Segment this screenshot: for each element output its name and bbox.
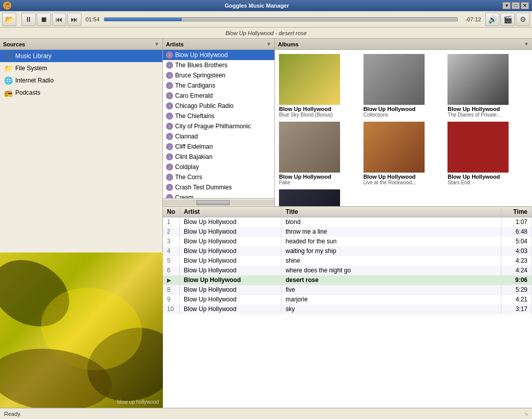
track-row-9[interactable]: 10Blow Up Hollywoodsky3:17 <box>163 304 532 314</box>
track-artist-8: Blow Up Hollywood <box>180 295 282 304</box>
artists-filter-icon[interactable]: ▼ <box>266 41 271 47</box>
progress-bar[interactable] <box>104 17 458 21</box>
album-art-image <box>0 253 163 408</box>
artist-avatar-5: ♪ <box>166 102 173 109</box>
source-icon-internet-radio: 🌐 <box>4 76 12 85</box>
time-remaining: -07:12 <box>461 16 481 22</box>
artist-item-4[interactable]: ♪Caro Emerald <box>163 91 274 101</box>
track-row-1[interactable]: 2Blow Up Hollywoodthrow me a line6:48 <box>163 227 532 237</box>
artists-list[interactable]: ♪Blow Up Hollywood♪The Blues Brothers♪Br… <box>163 50 274 198</box>
prev-button[interactable]: ⏮ <box>52 13 66 26</box>
album-artist-4: Blow Up Hollywood <box>363 174 416 180</box>
album-item-5[interactable]: Blow Up HollywoodStars End <box>445 120 530 187</box>
album-item-3[interactable]: Blow Up HollywoodFake <box>277 120 361 187</box>
minimize-button[interactable]: ▾ <box>502 2 511 9</box>
track-row-5[interactable]: 6Blow Up Hollywoodwhere does the night g… <box>163 266 532 275</box>
track-title-1: throw me a line <box>282 227 501 237</box>
app-icon-area: 🎵 <box>3 2 11 10</box>
hscroll-thumb <box>197 200 230 205</box>
album-art-area: blow up hollywood <box>0 253 163 408</box>
artist-item-2[interactable]: ♪Bruce Springsteen <box>163 70 274 80</box>
artist-item-6[interactable]: ♪The Chieftains <box>163 111 274 121</box>
artist-item-0[interactable]: ♪Blow Up Hollywood <box>163 50 274 60</box>
col-no: No <box>163 207 180 217</box>
artist-avatar-4: ♪ <box>166 92 173 99</box>
album-item-1[interactable]: Blow Up HollywoodCollections <box>361 52 446 120</box>
album-item-2[interactable]: Blow Up HollywoodThe Diaries of Private.… <box>445 52 530 120</box>
track-row-3[interactable]: 4Blow Up Hollywoodwaiting for my ship4:0… <box>163 246 532 256</box>
album-name-1: Collections <box>363 112 388 118</box>
artist-item-14[interactable]: ♪Cream <box>163 192 274 198</box>
artists-horizontal-scrollbar[interactable] <box>163 198 274 206</box>
volume-button[interactable]: 🔊 <box>485 13 499 26</box>
track-time-2: 5:04 <box>501 237 532 246</box>
album-name-0: Blue Sky Blond (Bonus) <box>279 112 333 118</box>
artist-item-9[interactable]: ♪Cliff Eidelman <box>163 142 274 152</box>
album-artist-3: Blow Up Hollywood <box>279 174 331 180</box>
track-artist-3: Blow Up Hollywood <box>180 246 282 256</box>
track-row-8[interactable]: 9Blow Up Hollywoodmarjorie4:21 <box>163 295 532 304</box>
video-button[interactable]: 🎬 <box>500 13 515 26</box>
stop-button[interactable]: ⏹ <box>37 13 51 26</box>
track-artist-0: Blow Up Hollywood <box>180 217 282 227</box>
album-item-0[interactable]: Blow Up HollywoodBlue Sky Blond (Bonus) <box>277 52 361 120</box>
sidebar-item-music-library[interactable]: 🎵Music Library <box>0 50 162 62</box>
artist-item-10[interactable]: ♪Clint Bajakian <box>163 152 274 162</box>
open-button[interactable]: 📂 <box>2 13 16 26</box>
hscroll-track <box>163 200 274 206</box>
artists-panel: Artists ▼ ♪Blow Up Hollywood♪The Blues B… <box>163 39 275 206</box>
track-time-3: 4:03 <box>501 246 532 256</box>
artist-avatar-6: ♪ <box>166 113 173 120</box>
artist-name-10: Clint Bajakian <box>175 153 212 160</box>
album-item-6[interactable]: Blow Up HollywoodTake Flight <box>277 187 361 206</box>
close-button[interactable]: ✕ <box>521 2 529 9</box>
sidebar-item-internet-radio[interactable]: 🌐Internet Radio <box>0 74 162 87</box>
artist-avatar-13: ♪ <box>166 184 173 191</box>
artist-item-7[interactable]: ♪City of Prague Philharmonic <box>163 121 274 131</box>
track-time-4: 4:23 <box>501 256 532 266</box>
track-row-6[interactable]: ▶Blow Up Hollywooddesert rose9:06 <box>163 275 532 285</box>
artist-item-11[interactable]: ♪Coldplay <box>163 162 274 172</box>
status-corner-icon: ↘ <box>524 411 528 416</box>
settings-button[interactable]: ⚙ <box>516 13 530 26</box>
now-playing-text: Blow Up Hollywood - desert rose <box>226 30 307 36</box>
track-row-2[interactable]: 3Blow Up Hollywoodheaded for the sun5:04 <box>163 237 532 246</box>
title-bar: 🎵 Goggles Music Manager ▾ □ ✕ <box>0 0 532 11</box>
artist-item-13[interactable]: ♪Crash Test Dummies <box>163 182 274 192</box>
album-thumb-5 <box>447 122 509 173</box>
tracks-table-container[interactable]: No Artist Title Time 1Blow Up Hollywoodb… <box>163 207 532 408</box>
artist-item-1[interactable]: ♪The Blues Brothers <box>163 60 274 70</box>
pause-button[interactable]: ⏸ <box>21 13 36 26</box>
status-text: Ready. <box>4 411 21 417</box>
progress-area: 01:54 -07:12 <box>86 16 481 22</box>
album-item-4[interactable]: Blow Up HollywoodLive at the Rockwood... <box>361 120 446 187</box>
track-title-6: desert rose <box>282 275 501 285</box>
track-row-4[interactable]: 5Blow Up Hollywoodshine4:23 <box>163 256 532 266</box>
sidebar-item-podcasts[interactable]: 📻Podcasts <box>0 87 162 99</box>
track-artist-6: Blow Up Hollywood <box>180 275 282 285</box>
maximize-button[interactable]: □ <box>512 2 520 9</box>
col-title: Title <box>282 207 501 217</box>
artist-name-1: The Blues Brothers <box>175 62 228 69</box>
source-label-internet-radio: Internet Radio <box>15 77 53 84</box>
track-row-0[interactable]: 1Blow Up Hollywoodblond1:07 <box>163 217 532 227</box>
top-right: Artists ▼ ♪Blow Up Hollywood♪The Blues B… <box>163 39 532 207</box>
artist-item-8[interactable]: ♪Clannad <box>163 131 274 142</box>
tracks-table: No Artist Title Time 1Blow Up Hollywoodb… <box>163 207 532 314</box>
next-button[interactable]: ⏭ <box>67 13 81 26</box>
artist-item-3[interactable]: ♪The Cardigans <box>163 80 274 91</box>
album-artist-2: Blow Up Hollywood <box>447 106 500 112</box>
artist-item-12[interactable]: ♪The Corrs <box>163 172 274 182</box>
sidebar-item-file-system[interactable]: 📁File System <box>0 62 162 74</box>
source-label-podcasts: Podcasts <box>15 89 40 96</box>
now-playing-bar: Blow Up Hollywood - desert rose <box>0 27 532 39</box>
artist-name-5: Chicago Public Radio <box>175 102 234 109</box>
album-artist-0: Blow Up Hollywood <box>279 106 331 112</box>
app-icon: 🎵 <box>3 2 11 10</box>
artist-item-5[interactable]: ♪Chicago Public Radio <box>163 101 274 111</box>
albums-label: Albums <box>278 41 298 47</box>
artist-avatar-11: ♪ <box>166 163 173 171</box>
albums-filter-icon[interactable]: ▼ <box>524 41 529 47</box>
sources-filter-icon[interactable]: ▼ <box>154 41 159 47</box>
track-row-7[interactable]: 8Blow Up Hollywoodfive5:29 <box>163 285 532 295</box>
